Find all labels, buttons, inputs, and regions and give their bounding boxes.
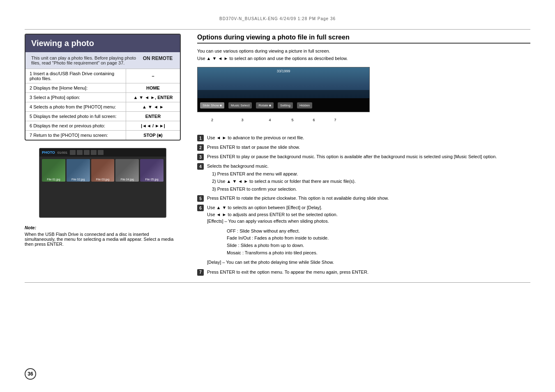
toolbar-icon xyxy=(77,150,83,155)
step-row: 3 Select a [Photo] option:▲ ▼ ◄ ►, ENTER xyxy=(25,93,180,102)
section-title: Viewing a photo xyxy=(25,35,180,52)
note-section: Note: When the USB Flash Drive is connec… xyxy=(25,225,181,247)
photo-label: PHOTO xyxy=(42,150,55,154)
extra-item: Use ◄ ► to adjusts and press ENTER to se… xyxy=(207,211,530,218)
step-row: 1 Insert a disc/USB Flash Drive containi… xyxy=(25,69,180,83)
thumb-label: File 05.jpg xyxy=(140,178,164,181)
step-row: 7 Return to the [PHOTO] menu screen:STOP… xyxy=(25,131,180,140)
numbered-item: 7Press ENTER to exit the option menu. To… xyxy=(197,269,530,276)
step-remote: ENTER xyxy=(126,112,180,121)
photo-thumbnail: File 02.jpg xyxy=(67,159,90,182)
photo-screen-preview: PHOTO 01/001 File 01.jpg File 02.jpg Fil… xyxy=(39,148,166,218)
step-remote: STOP (■) xyxy=(126,131,180,140)
extra-item: Mosaic : Transforms a photo into tiled p… xyxy=(227,249,530,257)
music-select-btn[interactable]: Music Select xyxy=(228,102,252,108)
section-desc-area: This unit can play a photo files. Before… xyxy=(25,52,180,69)
extra-item: Slide : Slides a photo from up to down. xyxy=(227,242,530,249)
toolbar-icon xyxy=(70,150,76,155)
extra-item: [Delay] – You can set the photo delaying… xyxy=(207,259,530,266)
item-main-text: Press ENTER to rotate the picture clockw… xyxy=(207,195,530,202)
item-text: Use ▲ ▼ to selects an option between [Ef… xyxy=(207,204,530,266)
step-row: 6 Displays the next or previous photo:|◄… xyxy=(25,121,180,131)
item-main-text: Press ENTER to play or pause the backgro… xyxy=(207,153,530,160)
fullscreen-preview-container: 1 33/1999 Slide Show ■ Music Select Rota… xyxy=(197,67,530,122)
photo-count: 01/001 xyxy=(58,151,67,154)
thumb-label: File 03.jpg xyxy=(91,178,115,181)
btn-label-4: 4 xyxy=(259,118,281,122)
numbered-item: 5Press ENTER to rotate the picture clock… xyxy=(197,195,530,202)
item-text: Selects the background music.1) Press EN… xyxy=(207,163,530,192)
viewing-photo-box: Viewing a photo This unit can play a pho… xyxy=(25,34,181,141)
slideshow-btn[interactable]: Slide Show ■ xyxy=(200,102,224,108)
numbered-item: 4Selects the background music.1) Press E… xyxy=(197,163,530,192)
photo-thumbnail: File 04.jpg xyxy=(115,159,139,182)
toolbar-icon xyxy=(98,150,104,155)
setting-btn[interactable]: Setting xyxy=(278,102,293,108)
item-number-badge: 1 xyxy=(197,135,204,141)
step-row: 4 Selects a photo from the [PHOTO] menu:… xyxy=(25,102,180,112)
left-column: Viewing a photo This unit can play a pho… xyxy=(25,34,181,278)
step-row: 5 Displays the selected photo in full sc… xyxy=(25,112,180,121)
photo-grid: File 01.jpg File 02.jpg File 03.jpg File… xyxy=(39,157,166,184)
item-number-badge: 4 xyxy=(197,163,204,170)
section-description: This unit can play a photo files. Before… xyxy=(31,55,137,65)
step-action: 4 Selects a photo from the [PHOTO] menu: xyxy=(25,102,126,112)
extra-item: [Effects] – You can apply various effect… xyxy=(207,218,530,225)
print-info: BD370V-N_BUSALLK-ENG 4/24/09 1:28 PM Pag… xyxy=(25,16,530,21)
step-remote: HOME xyxy=(126,83,180,93)
photo-thumbnail: File 05.jpg xyxy=(140,159,164,182)
sub-item: 2) Use ▲ ▼ ◄ ► to select a music or fold… xyxy=(212,178,530,185)
top-rule xyxy=(25,29,530,30)
item-text: Press ENTER to start or pause the slide … xyxy=(207,144,530,151)
numbered-item: 2Press ENTER to start or pause the slide… xyxy=(197,144,530,151)
right-column: Options during viewing a photo file in f… xyxy=(197,34,530,278)
thumb-label: File 04.jpg xyxy=(115,178,139,181)
step-action: 3 Select a [Photo] option: xyxy=(25,93,126,102)
photo-thumbnail: File 01.jpg xyxy=(42,159,65,182)
fullscreen-bottom-bar: Slide Show ■ Music Select Rotate ■ Setti… xyxy=(198,98,369,112)
item-text: Press ENTER to rotate the picture clockw… xyxy=(207,195,530,202)
on-remote-label: ON REMOTE xyxy=(141,55,174,61)
photo-background: 33/1999 xyxy=(198,67,369,98)
extra-item: OFF : Slide Show without any effect. xyxy=(227,228,530,235)
step-remote: |◄◄ / ►►| xyxy=(126,121,180,131)
item-number-badge: 2 xyxy=(197,144,204,151)
item-number-badge: 6 xyxy=(197,205,204,211)
item-text: Press ENTER to exit the option menu. To … xyxy=(207,269,530,276)
item-main-text: Selects the background music. xyxy=(207,163,530,170)
extra-item: Fade In/Out : Fades a photo from inside … xyxy=(227,235,530,242)
item-number-badge: 3 xyxy=(197,154,204,160)
btn-label-2: 2 xyxy=(199,118,226,122)
intro-line1: You can use various options during viewi… xyxy=(197,48,530,55)
step-action: 1 Insert a disc/USB Flash Drive containi… xyxy=(25,69,126,83)
fullscreen-preview: 1 33/1999 Slide Show ■ Music Select Rota… xyxy=(197,67,370,112)
steps-table: 1 Insert a disc/USB Flash Drive containi… xyxy=(25,69,180,140)
item-text: Press ENTER to play or pause the backgro… xyxy=(207,153,530,160)
item-number-badge: 7 xyxy=(197,269,204,276)
step-row: 2 Displays the [Home Menu]:HOME xyxy=(25,83,180,93)
note-title: Note: xyxy=(25,225,181,230)
photo-overlay xyxy=(198,90,369,98)
button-number-labels: 2 3 4 5 6 7 xyxy=(197,118,530,122)
intro-line2: Use ▲ ▼ ◄ ► to select an option and use … xyxy=(197,55,530,62)
numbered-item: 1Use ◄ ► to advance to the previous or n… xyxy=(197,134,530,141)
photo-counter: 33/1999 xyxy=(277,69,290,73)
photo-toolbar: PHOTO 01/001 xyxy=(39,148,166,157)
item-main-text: Use ▲ ▼ to selects an option between [Ef… xyxy=(207,204,530,211)
hidden-btn[interactable]: Hidden xyxy=(297,102,312,108)
thumb-label: File 02.jpg xyxy=(67,178,90,181)
step-remote: ▲ ▼ ◄ ► xyxy=(126,102,180,112)
note-text: When the USB Flash Drive is connected an… xyxy=(25,232,181,247)
sub-item: 3) Press ENTER to confirm your selection… xyxy=(212,186,530,193)
rotate-btn[interactable]: Rotate ■ xyxy=(256,102,274,108)
step-action: 6 Displays the next or previous photo: xyxy=(25,121,126,131)
btn-label-7: 7 xyxy=(326,118,345,122)
step-action: 7 Return to the [PHOTO] menu screen: xyxy=(25,131,126,140)
numbered-item: 6Use ▲ ▼ to selects an option between [E… xyxy=(197,204,530,266)
item-text: Use ◄ ► to advance to the previous or ne… xyxy=(207,134,530,141)
btn-label-3: 3 xyxy=(228,118,257,122)
toolbar-icon xyxy=(91,150,97,155)
numbered-items-list: 1Use ◄ ► to advance to the previous or n… xyxy=(197,134,530,276)
sub-item: 1) Press ENTER and the menu will appear. xyxy=(212,171,530,178)
options-intro: You can use various options during viewi… xyxy=(197,48,530,62)
